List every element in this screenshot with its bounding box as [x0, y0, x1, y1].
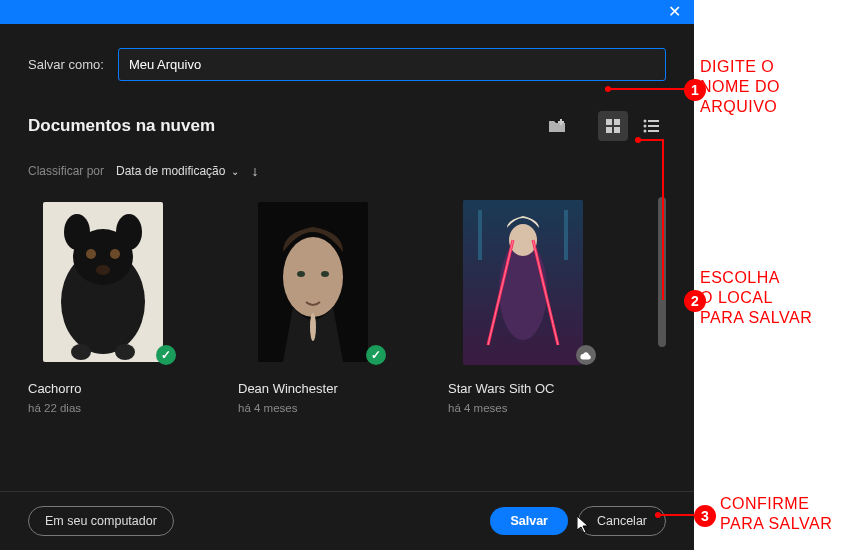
svg-point-19 — [96, 265, 110, 275]
svg-point-20 — [71, 344, 91, 360]
svg-rect-3 — [614, 119, 620, 125]
file-card[interactable]: ✓ Dean Winchester há 4 meses — [238, 197, 388, 475]
file-title: Dean Winchester — [238, 381, 388, 396]
svg-rect-2 — [606, 119, 612, 125]
svg-point-17 — [86, 249, 96, 259]
file-title: Star Wars Sith OC — [448, 381, 598, 396]
thumbnail-image — [463, 200, 583, 365]
thumbnail: ✓ — [238, 197, 388, 367]
section-title: Documentos na nuvem — [28, 116, 215, 136]
file-grid: ✓ Cachorro há 22 dias — [28, 197, 658, 475]
save-as-label: Salvar como: — [28, 57, 104, 72]
svg-point-21 — [115, 344, 135, 360]
save-as-row: Salvar como: — [28, 48, 666, 81]
file-title: Cachorro — [28, 381, 178, 396]
svg-rect-5 — [614, 127, 620, 133]
new-folder-icon[interactable] — [542, 111, 572, 141]
callout-text-2: ESCOLHAO LOCALPARA SALVAR — [700, 268, 812, 328]
svg-rect-1 — [558, 121, 564, 123]
file-card[interactable]: ✓ Cachorro há 22 dias — [28, 197, 178, 475]
svg-point-15 — [64, 214, 90, 250]
on-your-computer-button[interactable]: Em seu computador — [28, 506, 174, 536]
svg-rect-11 — [648, 130, 659, 132]
svg-rect-30 — [564, 210, 568, 260]
cloud-badge-icon — [576, 345, 596, 365]
svg-point-18 — [110, 249, 120, 259]
thumbnail-image — [43, 202, 163, 362]
titlebar: ✕ — [0, 0, 694, 24]
callout-badge-3: 3 — [694, 505, 716, 527]
list-view-icon[interactable] — [636, 111, 666, 141]
view-toolbar — [542, 111, 666, 141]
svg-point-8 — [644, 125, 647, 128]
thumbnail — [448, 197, 598, 367]
file-card[interactable]: Star Wars Sith OC há 4 meses — [448, 197, 598, 475]
save-button[interactable]: Salvar — [490, 507, 568, 535]
dialog-content: Salvar como: Documentos na nuvem Classif… — [0, 24, 694, 491]
grid-view-icon[interactable] — [598, 111, 628, 141]
svg-point-32 — [509, 224, 537, 256]
sort-row: Classificar por Data de modificação ⌄ ↓ — [28, 163, 666, 179]
file-time: há 22 dias — [28, 402, 178, 414]
file-time: há 4 meses — [448, 402, 598, 414]
svg-point-24 — [297, 271, 305, 277]
section-header: Documentos na nuvem — [28, 111, 666, 141]
file-grid-scroll: ✓ Cachorro há 22 dias — [28, 197, 666, 475]
dialog-footer: Em seu computador Salvar Cancelar — [0, 491, 694, 550]
sort-direction-icon[interactable]: ↓ — [251, 163, 258, 179]
close-button[interactable]: ✕ — [654, 0, 694, 24]
sort-dropdown[interactable]: Data de modificação ⌄ — [116, 164, 239, 178]
callout-text-1: DIGITE ONOME DOARQUIVO — [700, 57, 780, 117]
svg-point-10 — [644, 130, 647, 133]
sort-label: Classificar por — [28, 164, 104, 178]
scroll-thumb[interactable] — [658, 197, 666, 347]
svg-rect-29 — [478, 210, 482, 260]
scrollbar[interactable] — [658, 197, 666, 475]
svg-point-26 — [310, 313, 316, 341]
svg-rect-7 — [648, 120, 659, 122]
file-time: há 4 meses — [238, 402, 388, 414]
svg-point-25 — [321, 271, 329, 277]
footer-actions: Salvar Cancelar — [490, 506, 666, 536]
thumbnail-image — [258, 202, 368, 362]
thumbnail: ✓ — [28, 197, 178, 367]
callout-text-3: CONFIRMEPARA SALVAR — [720, 494, 832, 534]
cancel-button[interactable]: Cancelar — [578, 506, 666, 536]
svg-point-6 — [644, 120, 647, 123]
svg-rect-9 — [648, 125, 659, 127]
sort-value-text: Data de modificação — [116, 164, 225, 178]
filename-input[interactable] — [118, 48, 666, 81]
chevron-down-icon: ⌄ — [231, 166, 239, 177]
save-dialog: ✕ Salvar como: Documentos na nuvem — [0, 0, 694, 550]
svg-rect-4 — [606, 127, 612, 133]
svg-point-16 — [116, 214, 142, 250]
sync-badge-icon: ✓ — [156, 345, 176, 365]
sync-badge-icon: ✓ — [366, 345, 386, 365]
